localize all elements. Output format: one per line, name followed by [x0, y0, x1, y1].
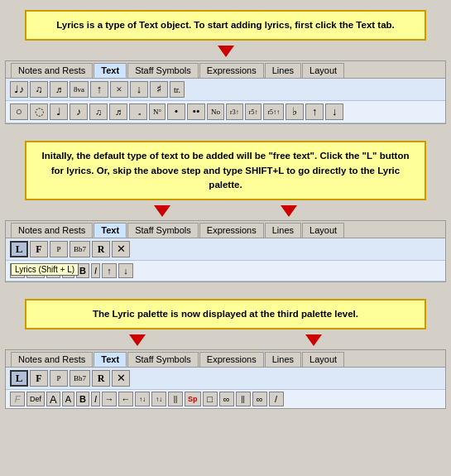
tab-lines-2[interactable]: Lines [265, 223, 301, 238]
btn-num[interactable]: N° [149, 103, 166, 120]
tab-expressions-2[interactable]: Expressions [199, 223, 264, 238]
btn-sharp[interactable]: ♯ [150, 81, 168, 98]
callout-2: Initally, the default type of text to be… [25, 141, 426, 200]
btn-R[interactable]: R [92, 241, 110, 257]
tab-row-2: Notes and Rests Text Staff Symbols Expre… [6, 221, 445, 238]
tab-layout-1[interactable]: Layout [302, 63, 344, 78]
arrow-down-3b [305, 334, 322, 346]
tab-notes-rests-2[interactable]: Notes and Rests [11, 223, 93, 238]
tab-layout-2[interactable]: Layout [302, 223, 344, 238]
btn-sp-3[interactable]: Sp [185, 392, 201, 406]
btn-F-ital-3[interactable]: F [10, 392, 25, 406]
tab-expressions-1[interactable]: Expressions [199, 63, 264, 78]
btn-up-text[interactable]: ↑ [102, 263, 117, 278]
btn-note-beam2[interactable]: ♬ [50, 81, 68, 98]
btn-L-container: L Lyrics (Shift + L) [9, 240, 29, 258]
btn-P-3[interactable]: P [50, 370, 68, 387]
btn-tr[interactable]: tr. [170, 81, 185, 98]
btn-no[interactable]: No [207, 103, 224, 120]
btn-inf2-3[interactable]: ∞ [252, 392, 267, 406]
tab-lines-1[interactable]: Lines [265, 63, 301, 78]
btn-F-3[interactable]: F [30, 370, 48, 387]
tooltip-lyrics: Lyrics (Shift + L) [11, 263, 79, 276]
btn-X-3[interactable]: ✕ [112, 370, 130, 387]
toolbar-section-3: Notes and Rests Text Staff Symbols Expre… [5, 349, 446, 409]
btn-quarter[interactable]: ♩ [50, 103, 68, 120]
btn-arrow-down[interactable]: ↓ [130, 81, 148, 98]
btn-arrow-up[interactable]: ↑ [90, 81, 108, 98]
btn-up2[interactable]: ↑ [305, 103, 324, 120]
tab-staff-symbols-3[interactable]: Staff Symbols [127, 352, 199, 367]
btn-A-sm-3[interactable]: A [62, 392, 74, 406]
btn-r5up[interactable]: r5↑ [245, 103, 262, 120]
toolbar-section-2: Notes and Rests Text Staff Symbols Expre… [5, 220, 446, 282]
tab-layout-3[interactable]: Layout [302, 352, 344, 367]
arrow-down-1 [218, 46, 234, 57]
tab-lines-3[interactable]: Lines [265, 352, 301, 367]
btn-lines-3[interactable]: || [168, 392, 183, 406]
lf-row-2: L Lyrics (Shift + L) F P Bb7 R ✕ [6, 238, 445, 261]
palette-row-3: F Def A A B I → ← ↑↓ ↑↓ || Sp □ ∞ || ∞ / [6, 390, 445, 408]
toolbar-row-1b: ○ ◌ ♩ ♪ ♫ ♬ 𝅗 N° • •• No r3↑ r5↑ r5↑↑ ♭ … [6, 101, 445, 123]
tab-staff-symbols-2[interactable]: Staff Symbols [127, 223, 199, 238]
tab-row-1: Notes and Rests Text Staff Symbols Expre… [6, 61, 445, 79]
tab-text-3[interactable]: Text [94, 352, 127, 367]
btn-square-3[interactable]: □ [203, 392, 218, 406]
btn-right-3[interactable]: → [102, 392, 117, 406]
btn-A-lg-3[interactable]: A [46, 392, 60, 406]
btn-half[interactable]: ◌ [30, 103, 48, 120]
btn-updown2-3[interactable]: ↑↓ [151, 392, 166, 406]
btn-8va[interactable]: 8va [70, 81, 89, 98]
tab-text-1[interactable]: Text [94, 63, 127, 78]
btn-X[interactable]: ✕ [112, 241, 130, 257]
btn-sixteenth[interactable]: ♫ [89, 103, 108, 120]
callout-1: Lyrics is a type of Text object. To star… [25, 10, 426, 41]
tab-notes-rests-3[interactable]: Notes and Rests [11, 352, 93, 367]
btn-I-3[interactable]: I [91, 392, 100, 406]
toolbar-section-1: Notes and Rests Text Staff Symbols Expre… [5, 60, 446, 124]
btn-L-3[interactable]: L [10, 370, 28, 387]
btn-down2[interactable]: ↓ [325, 103, 343, 120]
callout-3: The Lyric palette is now displayed at th… [25, 299, 426, 329]
btn-updown-3[interactable]: ↑↓ [135, 392, 150, 406]
btn-Def-3[interactable]: Def [26, 392, 45, 406]
toolbar-row-1a: ♩♪ ♫ ♬ 8va ↑ × ↓ ♯ tr. [6, 79, 445, 101]
btn-P-small[interactable]: P [50, 241, 68, 257]
btn-thirty-second[interactable]: ♬ [109, 103, 127, 120]
btn-flat[interactable]: ♭ [285, 103, 304, 120]
tab-row-3: Notes and Rests Text Staff Symbols Expre… [6, 350, 445, 368]
tab-notes-rests-1[interactable]: Notes and Rests [11, 63, 93, 78]
btn-I-italic[interactable]: I [91, 263, 100, 278]
btn-r5up2[interactable]: r5↑↑ [263, 103, 284, 120]
tab-staff-symbols-1[interactable]: Staff Symbols [127, 63, 199, 78]
btn-left-3[interactable]: ← [118, 392, 133, 406]
btn-eighth[interactable]: ♪ [70, 103, 88, 120]
lf-row-3: L F P Bb7 R ✕ [6, 368, 445, 390]
btn-inf-3[interactable]: ∞ [219, 392, 234, 406]
btn-B-3[interactable]: B [76, 392, 89, 406]
tab-text-2[interactable]: Text [94, 223, 127, 238]
arrow-down-2a [154, 205, 170, 217]
btn-dot[interactable]: • [167, 103, 185, 120]
arrow-down-3a [129, 334, 146, 346]
btn-F[interactable]: F [30, 241, 48, 257]
btn-times[interactable]: × [110, 81, 128, 98]
btn-lines2-3[interactable]: || [236, 392, 251, 406]
btn-Bb7-3[interactable]: Bb7 [70, 370, 90, 387]
btn-whole[interactable]: ○ [10, 103, 28, 120]
btn-Bb7[interactable]: Bb7 [70, 241, 90, 257]
btn-R-3[interactable]: R [92, 370, 110, 387]
btn-down-text[interactable]: ↓ [118, 263, 133, 278]
btn-breve[interactable]: 𝅗 [129, 103, 147, 120]
btn-L[interactable]: L [10, 241, 28, 257]
btn-note-beam[interactable]: ♫ [30, 81, 48, 98]
tab-expressions-3[interactable]: Expressions [199, 352, 264, 367]
btn-r3up[interactable]: r3↑ [226, 103, 243, 120]
btn-note-eighth[interactable]: ♩♪ [10, 81, 28, 98]
btn-double-dot[interactable]: •• [187, 103, 205, 120]
btn-slash-3[interactable]: / [269, 392, 284, 406]
arrow-down-2b [281, 205, 297, 217]
